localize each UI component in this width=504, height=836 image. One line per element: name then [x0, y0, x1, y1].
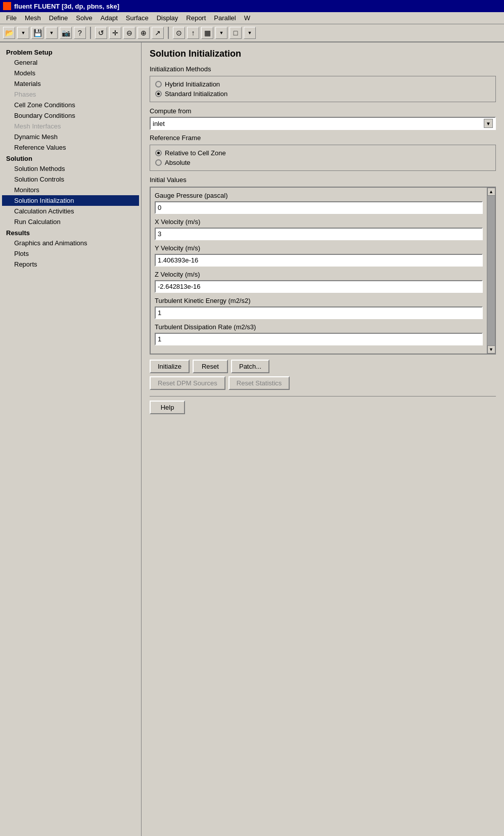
- z-velocity-input[interactable]: [155, 280, 483, 293]
- sidebar-item-monitors[interactable]: Monitors: [2, 185, 139, 195]
- toolbar-open[interactable]: 📂: [3, 27, 15, 39]
- toolbar-dropdown[interactable]: ▼: [17, 27, 29, 39]
- gauge-pressure-label: Gauge Pressure (pascal): [155, 192, 483, 199]
- toolbar-axes[interactable]: ↑: [187, 27, 199, 39]
- reset-dpm-sources-button[interactable]: Reset DPM Sources: [150, 376, 225, 390]
- initial-values-label: Initial Values: [150, 176, 496, 184]
- z-velocity-group: Z Velocity (m/s): [155, 271, 483, 293]
- menu-item-adapt[interactable]: Adapt: [97, 13, 122, 23]
- tdr-group: Turbulent Dissipation Rate (m2/s3): [155, 323, 483, 345]
- init-method-radio-group: Hybrid Initialization Standard Initializ…: [155, 80, 490, 98]
- sidebar-item-graphics[interactable]: Graphics and Animations: [2, 238, 139, 248]
- initialize-button[interactable]: Initialize: [150, 360, 190, 373]
- sidebar-section-problem-setup: Problem Setup: [2, 47, 139, 57]
- sidebar-item-reference-values[interactable]: Reference Values: [2, 142, 139, 153]
- sidebar-item-solution-methods[interactable]: Solution Methods: [2, 163, 139, 174]
- toolbar-save[interactable]: 💾: [31, 27, 43, 39]
- relative-row[interactable]: Relative to Cell Zone: [155, 149, 490, 157]
- compute-from-label: Compute from: [150, 107, 496, 115]
- sidebar-item-calculation-activities[interactable]: Calculation Activities: [2, 206, 139, 216]
- toolbar-refresh[interactable]: ↺: [95, 27, 107, 39]
- absolute-row[interactable]: Absolute: [155, 159, 490, 166]
- standard-init-radio[interactable]: [155, 91, 162, 97]
- menu-item-w[interactable]: W: [240, 13, 254, 23]
- toolbar-sep2: [168, 27, 169, 39]
- reset-statistics-button[interactable]: Reset Statistics: [228, 376, 290, 390]
- menu-item-mesh[interactable]: Mesh: [21, 13, 45, 23]
- ref-frame-label: Reference Frame: [150, 134, 496, 142]
- hybrid-init-row[interactable]: Hybrid Initialization: [155, 80, 490, 88]
- sidebar-item-mesh-interfaces: Mesh Interfaces: [2, 121, 139, 131]
- compute-from-dropdown-wrapper[interactable]: inlet ▼: [150, 117, 496, 130]
- relative-radio[interactable]: [155, 150, 162, 156]
- sidebar: Problem Setup General Models Materials P…: [0, 42, 142, 836]
- toolbar-pan[interactable]: ✛: [109, 27, 121, 39]
- sidebar-item-run-calculation[interactable]: Run Calculation: [2, 216, 139, 227]
- title-bar: fluent FLUENT [3d, dp, pbns, ske]: [0, 0, 504, 12]
- initialization-methods-box: Hybrid Initialization Standard Initializ…: [150, 76, 496, 102]
- toolbar-zoom-in[interactable]: ⊕: [138, 27, 150, 39]
- menu-bar: FileMeshDefineSolveAdaptSurfaceDisplayRe…: [0, 12, 504, 24]
- menu-item-solve[interactable]: Solve: [72, 13, 97, 23]
- initial-values-inner: Gauge Pressure (pascal) X Velocity (m/s)…: [151, 188, 495, 354]
- reference-frame-box: Relative to Cell Zone Absolute: [150, 145, 496, 171]
- sidebar-item-plots[interactable]: Plots: [2, 248, 139, 259]
- standard-init-row[interactable]: Standard Initialization: [155, 90, 490, 98]
- hybrid-init-radio[interactable]: [155, 81, 162, 87]
- sidebar-section-solution: Solution: [2, 153, 139, 163]
- toolbar-dropdown4[interactable]: ▼: [244, 27, 256, 39]
- toolbar-help[interactable]: ?: [74, 27, 86, 39]
- menu-item-surface[interactable]: Surface: [122, 13, 153, 23]
- gauge-pressure-input[interactable]: [155, 201, 483, 214]
- toolbar-dropdown3[interactable]: ▼: [215, 27, 227, 39]
- init-methods-label: Initialization Methods: [150, 65, 496, 73]
- absolute-radio[interactable]: [155, 159, 162, 166]
- tke-group: Turbulent Kinetic Energy (m2/s2): [155, 297, 483, 319]
- sidebar-item-boundary[interactable]: Boundary Conditions: [2, 110, 139, 121]
- main-layout: Problem Setup General Models Materials P…: [0, 42, 504, 836]
- sidebar-item-cell-zone[interactable]: Cell Zone Conditions: [2, 100, 139, 110]
- toolbar-camera[interactable]: 📷: [60, 27, 72, 39]
- toolbar-arrow[interactable]: ↗: [152, 27, 164, 39]
- sidebar-item-materials[interactable]: Materials: [2, 78, 139, 89]
- toolbar-zoom-out[interactable]: ⊖: [123, 27, 135, 39]
- x-velocity-input[interactable]: [155, 228, 483, 240]
- patch-button[interactable]: Patch...: [231, 360, 269, 373]
- toolbar-fit[interactable]: ⊙: [173, 27, 185, 39]
- toolbar-window[interactable]: □: [230, 27, 242, 39]
- y-velocity-input[interactable]: [155, 254, 483, 267]
- tdr-input[interactable]: [155, 333, 483, 345]
- ref-frame-radio-group: Relative to Cell Zone Absolute: [155, 149, 490, 166]
- toolbar: 📂 ▼ 💾 ▼ 📷 ? ↺ ✛ ⊖ ⊕ ↗ ⊙ ↑ ▦ ▼ □ ▼: [0, 24, 504, 42]
- menu-item-report[interactable]: Report: [182, 13, 210, 23]
- hybrid-init-label: Hybrid Initialization: [165, 80, 220, 88]
- standard-init-label: Standard Initialization: [165, 90, 227, 98]
- sidebar-item-solution-controls[interactable]: Solution Controls: [2, 174, 139, 185]
- menu-item-display[interactable]: Display: [153, 13, 182, 23]
- app-icon: [3, 2, 11, 10]
- sidebar-item-models[interactable]: Models: [2, 68, 139, 78]
- button-row-2: Reset DPM Sources Reset Statistics: [150, 376, 496, 390]
- sidebar-item-general[interactable]: General: [2, 57, 139, 68]
- tke-input[interactable]: [155, 306, 483, 319]
- reset-button[interactable]: Reset: [193, 360, 228, 373]
- menu-item-parallel[interactable]: Parallel: [210, 13, 240, 23]
- menu-item-define[interactable]: Define: [45, 13, 72, 23]
- compute-from-arrow[interactable]: ▼: [484, 119, 493, 128]
- scroll-up-arrow[interactable]: ▲: [487, 188, 495, 196]
- x-velocity-group: X Velocity (m/s): [155, 218, 483, 240]
- help-area: Help: [150, 396, 496, 418]
- sidebar-item-solution-initialization[interactable]: Solution Initialization: [2, 195, 139, 206]
- sidebar-item-phases: Phases: [2, 89, 139, 100]
- help-button[interactable]: Help: [150, 401, 185, 414]
- initial-values-scrollbar[interactable]: ▲ ▼: [487, 188, 495, 354]
- sidebar-item-reports[interactable]: Reports: [2, 259, 139, 270]
- toolbar-dropdown2[interactable]: ▼: [45, 27, 58, 39]
- scroll-down-arrow[interactable]: ▼: [487, 345, 495, 354]
- scroll-track[interactable]: [487, 196, 495, 345]
- toolbar-grid[interactable]: ▦: [201, 27, 213, 39]
- toolbar-sep1: [90, 27, 91, 39]
- sidebar-item-dynamic-mesh[interactable]: Dynamic Mesh: [2, 131, 139, 142]
- menu-item-file[interactable]: File: [2, 13, 21, 23]
- button-row-1: Initialize Reset Patch...: [150, 360, 496, 373]
